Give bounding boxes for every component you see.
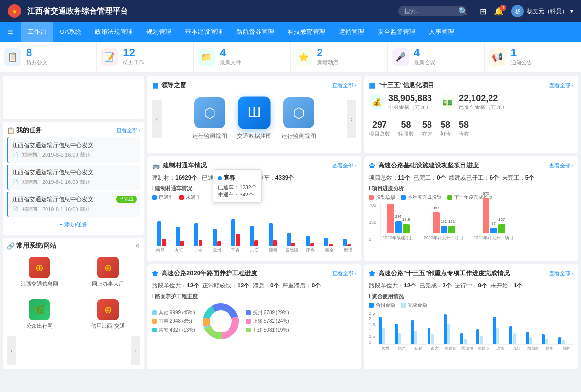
system-item-jiaotonginxi[interactable]: ⊕ 江西交通信息网 <box>7 253 72 291</box>
task-item-1[interactable]: 江西省交通运输厅信息中心发文 📄 郑晓凯 | 2019-8-1 16:00 截止 <box>7 137 140 163</box>
systems-scroll-right[interactable]: › <box>131 336 140 365</box>
info-project-title: ▦ "十三五"信息化项目 <box>369 81 434 90</box>
task-item-3[interactable]: 江西省交通运输厅信息中心发文 📄 郑晓凯 | 2019-8-1 16:00 截止… <box>7 192 140 217</box>
leadership-item-2[interactable]: Ш 交通数据挂图 <box>237 97 272 140</box>
systems-scroll-nav: ‹ › <box>7 336 140 365</box>
meetings-icon: 🎤 <box>392 48 409 66</box>
donut-legend-right: 抚州 6789 (29%) 上饶 5782 (24%) 九江 5081 (19%… <box>246 309 290 333</box>
task-meta-icon-3: 📄 <box>12 206 19 212</box>
task-title-1: 江西省交通运输厅信息中心发文 <box>12 141 137 150</box>
systems-scroll-left[interactable]: ‹ <box>7 336 16 365</box>
center-right-area: ▦ 领导之窗 查看全部 › ‹ ⬡ <box>147 76 578 369</box>
village-view-all[interactable]: 查看全部 › <box>332 162 356 169</box>
legend-other: 其他 9999 (45%) <box>152 309 196 316</box>
systems-link-icon: 🔗 <box>7 242 15 250</box>
nav-item-science[interactable]: 科技教育管理 <box>281 22 332 42</box>
system-item-gongzhong[interactable]: 🌿 公众出行网 <box>7 295 72 333</box>
bar-g1-2: 234 <box>395 221 402 233</box>
village-traffic-card: 🚌 建制村通车情况 查看全部 › 建制村：16929个 已通车：12389个 未… <box>147 156 361 261</box>
info-project-stats: 297 项目总数 58 标段数 58 在建 58 <box>369 116 573 137</box>
fund-bar-ncs <box>526 332 541 344</box>
highway-icon: 🛣 <box>369 162 375 169</box>
stat-under-construction: 58 在建 <box>422 120 432 137</box>
bar-jiujiang <box>171 208 188 246</box>
add-task-button[interactable]: + 添加任务 <box>7 219 140 231</box>
fund-title: 🛣 高速公路"十三五"部重点专项工作进度完成情况 <box>369 269 510 278</box>
bar-yichun: 宜春 已通车：1232个 未通车：342个 <box>227 208 244 246</box>
highway2020-view-all[interactable]: 查看全部 › <box>332 270 356 277</box>
chevron-right-icon: › <box>138 127 140 133</box>
stat-meetings[interactable]: 🎤 4 最新会议 <box>388 42 485 72</box>
greeting-card: ☀ 上午好～ 对未来的真正慷慨，是把一切都献给现在！ 2019-08-01 至期… <box>3 76 144 119</box>
task-title-3: 江西省交通运输厅信息中心发文 <box>12 196 93 204</box>
nav-item-hr[interactable]: 人事管理 <box>422 22 461 42</box>
road-icon: 🛣 <box>152 270 158 277</box>
fund-bar-cd <box>542 334 557 344</box>
task-item-2[interactable]: 江西省交通运输厅信息中心发文 📄 郑晓凯 | 2019-8-1 16:00 截止 <box>7 165 140 190</box>
stat-new-files[interactable]: 📁 4 最新文件 <box>194 42 290 72</box>
leadership-items: ⬡ 运行监测视图 Ш 交通数据挂图 <box>166 93 343 144</box>
highway13-legend: 投资总额 本年度完成投资 下一年度完成投资 <box>369 194 573 201</box>
contract-num: 38,905,883 <box>388 93 432 104</box>
leadership-next[interactable]: › <box>347 100 356 138</box>
stat-accepted: 58 验收 <box>459 120 469 137</box>
fund-bar-nce <box>476 329 491 344</box>
leadership-item-1[interactable]: ⬡ 运行监测视图 <box>192 97 227 140</box>
highway13-view-all[interactable]: 查看全部 › <box>549 162 573 169</box>
nav-item-policy[interactable]: 政策法规管理 <box>88 22 139 42</box>
tasks-view-all[interactable]: 查看全部 › <box>116 127 140 134</box>
systems-section: 🔗 常用系统/网站 ⚙ ⊕ 江西交通信息网 ⊕ 网上办事大厅 🌿 <box>3 238 144 369</box>
bell-icon[interactable]: 🔔 1 <box>494 7 504 16</box>
stat-new-dynamics[interactable]: ⭐ 2 新增动态 <box>291 42 388 72</box>
bar-g1-1: 522 <box>387 204 394 233</box>
nav-item-road[interactable]: 路航督养管理 <box>229 22 281 42</box>
user-menu[interactable]: 杨 杨文元（科员） ▾ <box>511 5 573 17</box>
hamburger-button[interactable]: ≡ <box>4 27 17 37</box>
chevron-right-icon-2: › <box>354 82 356 88</box>
bar-shangrao-p <box>194 223 198 246</box>
contract-label: 中标金额（万元） <box>388 104 432 111</box>
nav-item-safety[interactable]: 安全监督管理 <box>371 22 422 42</box>
search-input[interactable] <box>398 6 466 16</box>
leadership-view-all[interactable]: 查看全部 › <box>332 82 356 89</box>
nav-item-oa[interactable]: OA系统 <box>53 22 89 42</box>
bar-jiujiang-p <box>176 227 180 246</box>
leadership-prev[interactable]: ‹ <box>152 100 162 138</box>
info-project-view-all[interactable]: 查看全部 › <box>549 82 573 89</box>
header: ★ 江西省交通政务综合管理平台 🔍 ⊞ 🔔 1 杨 杨文元（科员） ▾ <box>0 0 581 22</box>
task-meta-2: 📄 郑晓凯 | 2019-8-1 16:00 截止 <box>12 179 137 186</box>
grid-icon[interactable]: ⊞ <box>480 7 486 16</box>
bar-g2-3: 121 <box>448 226 455 233</box>
bar-g3-3: 167 <box>498 224 505 233</box>
system-item-credit[interactable]: ⊕ 信用江西·交通 <box>76 295 140 333</box>
system-item-wangshang[interactable]: ⊕ 网上办事大厅 <box>76 253 140 291</box>
fund-view-all[interactable]: 查看全部 › <box>549 270 573 277</box>
stat-pending-work[interactable]: 📝 12 待办工作 <box>97 42 194 72</box>
village-info: 建制村：16929个 已通车：12389个 未通车：4339个 <box>152 174 356 182</box>
nav-item-transport[interactable]: 运输管理 <box>332 22 371 42</box>
nav-item-workbench[interactable]: 工作台 <box>21 22 53 42</box>
nav-item-construction[interactable]: 基本建设管理 <box>178 22 229 42</box>
fund-bar-fuzhou <box>379 317 394 344</box>
stat-pending-doc[interactable]: 📋 8 待办公文 <box>0 42 97 72</box>
stat-total-projects: 297 项目总数 <box>369 120 390 137</box>
leadership-title: ▦ 领导之窗 <box>152 81 186 90</box>
leadership-icon-1: ⬡ <box>194 97 225 128</box>
leadership-item-3[interactable]: ⬡ 运行监测视图 <box>281 97 316 140</box>
nav-item-planning[interactable]: 规划管理 <box>139 22 178 42</box>
fund-chart-title: I 资金使用情况 <box>369 293 573 300</box>
pending-work-label: 待办工作 <box>123 59 144 66</box>
donut-legend-left: 其他 9999 (45%) 宜春 2948 (8%) 吉安 4327 (13%) <box>152 309 196 333</box>
village-chart-labels: 南昌 九江 上饶 抚州 宜春 吉安 赣州 景德镇 萍乡 新余 鹰潭 <box>152 247 356 254</box>
main-content: ☀ 上午好～ 对未来的真正慷慨，是把一切都献给现在！ 2019-08-01 至期… <box>0 73 581 372</box>
new-dynamics-icon: ⭐ <box>295 48 312 66</box>
systems-gear-icon[interactable]: ⚙ <box>135 242 140 249</box>
stat-initial-check: 58 初验 <box>440 120 451 137</box>
legend-yichun: 宜春 2948 (8%) <box>152 318 196 325</box>
contract-icon: 💰 <box>369 94 384 110</box>
stat-notices[interactable]: 📢 1 通知公告 <box>485 42 581 72</box>
header-icons: ⊞ 🔔 1 杨 杨文元（科员） ▾ <box>480 5 573 17</box>
legend-shangrao: 上饶 5782 (24%) <box>246 318 290 325</box>
notices-icon: 📢 <box>489 48 506 66</box>
group-2021-plan: 675 87 167 2021年计划开工项目 <box>474 198 514 241</box>
